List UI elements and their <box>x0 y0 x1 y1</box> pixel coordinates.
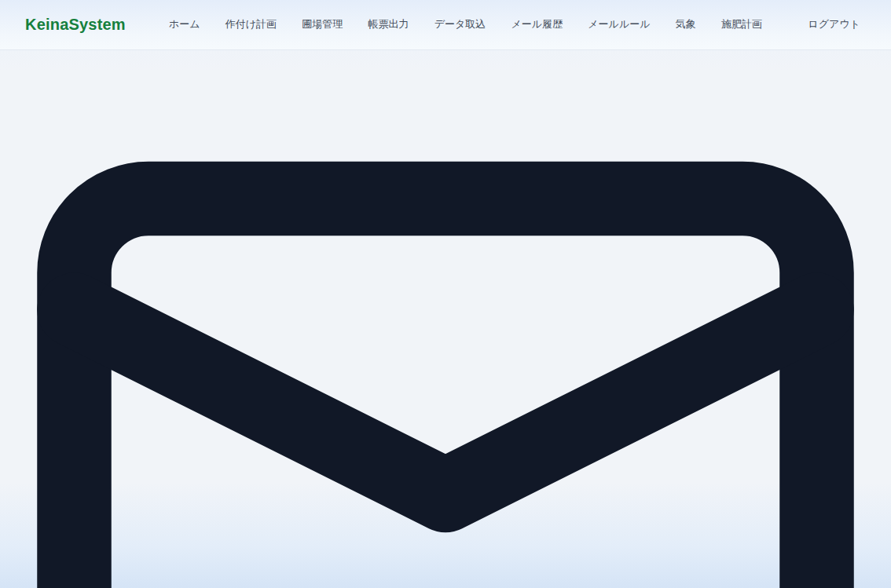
nav-item-mail-history[interactable]: メール履歴 <box>499 13 570 36</box>
nav-label: メール履歴 <box>511 18 563 31</box>
nav-item-logout[interactable]: ログアウト <box>796 13 867 36</box>
main-nav: ホーム 作付け計画 圃場管理 帳票出力 データ取込 <box>157 13 867 36</box>
nav-label: 施肥計画 <box>721 18 762 31</box>
nav-label: データ取込 <box>434 18 486 31</box>
nav-label: 作付け計画 <box>226 18 277 31</box>
nav-item-data-import[interactable]: データ取込 <box>423 13 493 36</box>
nav-item-report-output[interactable]: 帳票出力 <box>356 13 416 36</box>
nav-item-weather[interactable]: 気象 <box>664 13 703 36</box>
nav-label: 圃場管理 <box>302 18 343 31</box>
nav-item-password-key[interactable] <box>776 20 790 29</box>
nav-label: 気象 <box>676 18 696 31</box>
nav-item-mail-rules[interactable]: メールルール <box>576 13 657 36</box>
nav-label: ホーム <box>169 18 200 31</box>
brand-logo: KeinaSystem <box>25 16 126 34</box>
nav-item-field-management[interactable]: 圃場管理 <box>290 13 350 36</box>
nav-item-home[interactable]: ホーム <box>157 13 207 36</box>
app-header: KeinaSystem ホーム 作付け計画 圃場管理 帳票出力 <box>0 0 891 50</box>
nav-label: ログアウト <box>808 18 860 31</box>
nav-label: メールルール <box>588 18 650 31</box>
main-content: メール通知ルール ルールを追加 アドレス 通知しない <box>0 50 891 588</box>
nav-item-planting-plan[interactable]: 作付け計画 <box>214 13 284 36</box>
nav-label: 帳票出力 <box>368 18 409 31</box>
page-header: メール通知ルール <box>0 50 891 588</box>
nav-item-fertilizer-plan[interactable]: 施肥計画 <box>710 13 769 36</box>
